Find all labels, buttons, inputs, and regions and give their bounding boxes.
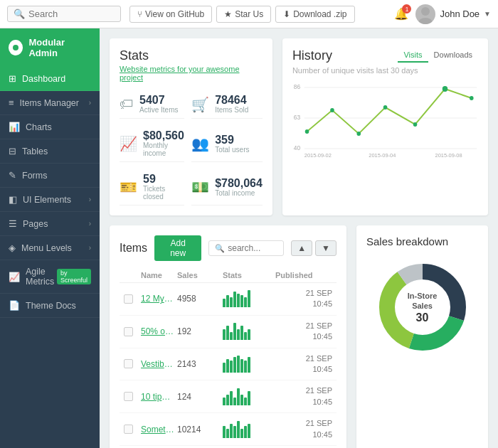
sidebar-icon: ☰ xyxy=(9,218,17,229)
stat-details: 78464 Items Sold xyxy=(215,95,248,114)
sidebar-item-tables[interactable]: ⊟ Tables xyxy=(0,139,100,164)
top-navigation: 🔍 ⑂ View on GitHub ★ Star Us ⬇ Download … xyxy=(0,0,498,28)
stat-label: Total users xyxy=(215,146,249,154)
sales-breakdown-card: Sales breakdown xyxy=(356,225,488,448)
row-published: 21 SEP10:45 xyxy=(275,288,332,310)
sidebar-item-left: ≡ Items Manager xyxy=(9,97,79,108)
donut-chart: In-Store Sales 30 xyxy=(373,257,472,357)
arrow-down-button[interactable]: ▼ xyxy=(315,240,337,256)
sidebar-item-left: 📄 Theme Docs xyxy=(9,300,76,311)
top-row: Stats Website metrics for your awesome p… xyxy=(110,38,488,215)
row-name[interactable]: Vestibulum tincidunt ... xyxy=(141,359,174,369)
stat-details: $780,064 Total income xyxy=(215,178,263,197)
table-row: 12 Myths Uncovered ... 4958 21 SEP10:45 xyxy=(120,283,337,316)
col-sales: Sales xyxy=(177,271,220,279)
history-subtitle: Number of unique visits last 30 days xyxy=(292,66,478,75)
row-checkbox[interactable] xyxy=(124,359,133,368)
row-name[interactable]: Sometimes friend tell... xyxy=(141,425,174,434)
svg-text:2015-09-08: 2015-09-08 xyxy=(435,152,462,159)
history-title: History xyxy=(292,48,332,63)
sidebar-chevron: › xyxy=(89,244,91,252)
sidebar-item-menu-levels[interactable]: ◈ Menu Levels › xyxy=(0,236,100,260)
sidebar-chevron: › xyxy=(89,196,91,203)
donut-label: In-Store Sales 30 xyxy=(398,291,447,324)
sidebar-item-left: ⊞ Dashboard xyxy=(9,73,65,84)
notification-bell[interactable]: 🔔 1 xyxy=(394,7,408,21)
mini-bar xyxy=(223,426,226,438)
sidebar-item-charts[interactable]: 📊 Charts xyxy=(0,115,100,139)
sidebar-item-dashboard[interactable]: ⊞ Dashboard xyxy=(0,67,100,91)
history-header: History Visits Downloads xyxy=(292,48,478,63)
stat-item: 🏷 5407 Active Items xyxy=(120,90,184,119)
svg-text:63: 63 xyxy=(294,114,300,121)
github-icon: ⑂ xyxy=(137,9,142,19)
row-checkbox[interactable] xyxy=(124,392,133,401)
mini-bar xyxy=(223,329,226,340)
stat-label: Items Sold xyxy=(215,106,248,114)
col-name: Name xyxy=(141,271,174,279)
mini-bar xyxy=(226,395,229,405)
mini-bar xyxy=(244,398,247,405)
mini-bar xyxy=(248,357,250,373)
mini-bar xyxy=(237,294,240,307)
user-menu[interactable]: John Doe ▼ xyxy=(415,4,491,24)
row-checkbox[interactable] xyxy=(124,425,133,434)
row-checkbox[interactable] xyxy=(124,294,133,304)
sidebar-nav: ⊞ Dashboard ≡ Items Manager › 📊 Charts ⊟… xyxy=(0,67,100,318)
sidebar-label: Dashboard xyxy=(22,74,65,84)
stat-details: $80,560 Monthly income xyxy=(143,130,184,157)
row-stats xyxy=(223,323,272,340)
sidebar-label: Menu Levels xyxy=(21,243,72,253)
tab-downloads[interactable]: Downloads xyxy=(428,48,478,63)
row-checkbox[interactable] xyxy=(124,327,133,336)
add-new-button[interactable]: Add new xyxy=(154,235,201,261)
row-name[interactable]: 12 Myths Uncovered ... xyxy=(141,294,174,304)
github-button[interactable]: ⑂ View on GitHub xyxy=(129,6,212,23)
items-search-box[interactable]: 🔍 xyxy=(208,240,284,256)
mini-bar xyxy=(223,398,226,405)
row-sales: 192 xyxy=(177,326,220,336)
search-box[interactable]: 🔍 xyxy=(7,6,121,22)
sidebar-icon: ◧ xyxy=(9,194,17,205)
main-content: Stats Website metrics for your awesome p… xyxy=(100,28,498,448)
mini-bar xyxy=(244,426,247,438)
stat-value: 78464 xyxy=(215,95,248,106)
sidebar-item-theme-docs[interactable]: 📄 Theme Docs xyxy=(0,294,100,318)
svg-point-9 xyxy=(330,108,334,112)
sidebar-chevron: › xyxy=(89,99,91,107)
row-name[interactable]: 10 tips of Object Orie... xyxy=(141,392,174,402)
mini-bar xyxy=(248,391,250,405)
mini-bar xyxy=(230,297,233,307)
sales-title: Sales breakdown xyxy=(366,235,448,247)
sidebar-icon: 📈 xyxy=(9,272,20,282)
mini-bar xyxy=(230,391,233,405)
svg-text:86: 86 xyxy=(294,83,300,90)
mini-bar xyxy=(240,429,243,438)
stat-item: 💵 $780,064 Total income xyxy=(191,169,263,206)
sidebar-item-forms[interactable]: ✎ Forms xyxy=(0,164,100,188)
notification-badge: 1 xyxy=(402,4,411,14)
tab-visits[interactable]: Visits xyxy=(398,48,428,63)
items-card: Items Add new 🔍 ▲ ▼ Name Sales Stats xyxy=(110,225,346,448)
search-input[interactable] xyxy=(28,9,115,19)
table-row: Vestibulum tincidunt ... 2143 21 SEP10:4… xyxy=(120,348,337,381)
sidebar-item-agile-metrics[interactable]: 📈 Agile Metrics by Screenful xyxy=(0,260,100,294)
table-row: 50% of things doesn't... 192 21 SEP10:45 xyxy=(120,316,337,348)
stat-icon: 🎫 xyxy=(120,178,137,196)
sidebar-item-left: 📈 Agile Metrics xyxy=(9,267,57,287)
items-search-input[interactable] xyxy=(228,243,277,253)
sidebar-label: Theme Docs xyxy=(26,301,76,311)
stat-icon: 📈 xyxy=(120,135,137,152)
sidebar-item-pages[interactable]: ☰ Pages › xyxy=(0,212,100,236)
arrow-up-button[interactable]: ▲ xyxy=(291,240,312,256)
star-button[interactable]: ★ Star Us xyxy=(216,6,271,23)
mini-bar xyxy=(248,424,250,438)
mini-bar xyxy=(226,429,229,438)
sidebar-icon: ◈ xyxy=(9,242,16,253)
donut-center-label: In-Store Sales xyxy=(398,291,447,311)
sidebar-item-ui-elements[interactable]: ◧ UI Elements › xyxy=(0,188,100,212)
download-button[interactable]: ⬇ Download .zip xyxy=(275,6,354,23)
donut-center-value: 30 xyxy=(398,311,447,324)
row-name[interactable]: 50% of things doesn't... xyxy=(141,326,174,336)
sidebar-item-items-manager[interactable]: ≡ Items Manager › xyxy=(0,91,100,115)
